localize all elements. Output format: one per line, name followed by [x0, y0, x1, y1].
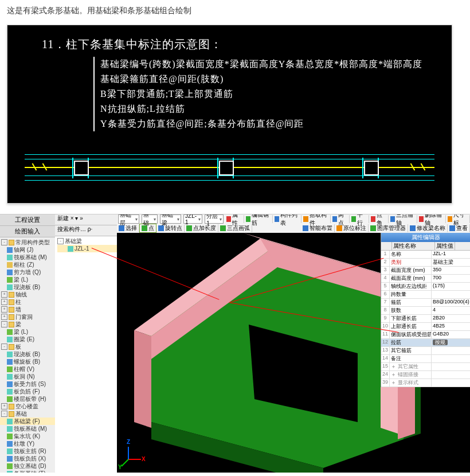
nav-item[interactable]: 梁 (L)	[0, 328, 55, 335]
property-row[interactable]: 5轴线距左边线距(175)	[381, 283, 470, 291]
nav-item[interactable]: 螺旋板 (B)	[0, 358, 55, 365]
property-row[interactable]: 7箍筋B8@100/200(4)	[381, 299, 470, 307]
nav-tree[interactable]: -常用构件类型轴网 (J)筏板基础 (M)框柱 (Z)剪力墙 (Q)梁 (L)现…	[0, 237, 55, 473]
nav-item[interactable]: 梁 (L)	[0, 276, 55, 283]
nav-item[interactable]: 板受力筋 (S)	[0, 380, 55, 388]
nav-item[interactable]: 圈梁 (E)	[0, 335, 55, 343]
nav-item[interactable]: +门窗洞	[0, 313, 55, 321]
property-row[interactable]: 15＋ 其它属性	[381, 363, 470, 371]
module-hdr1: 工程设置	[0, 214, 55, 226]
btn-edit-rebar[interactable]: 编辑钢筋	[244, 215, 273, 223]
module-panel: 工程设置 绘图输入 -常用构件类型轴网 (J)筏板基础 (M)框柱 (Z)剪力墙…	[0, 214, 56, 473]
axis-y-label: Y	[118, 464, 122, 470]
module-hdr2: 绘图输入	[0, 226, 55, 237]
property-row[interactable]: 10上部通长筋4B25	[381, 323, 470, 331]
nav-item[interactable]: 集水坑 (K)	[0, 432, 55, 440]
dropdown-beam[interactable]: 基础梁	[160, 214, 181, 224]
btn-parallel[interactable]: 平行	[350, 215, 369, 223]
btn-fix[interactable]: 修改梁名称	[408, 224, 448, 232]
cad-title: 11．柱下条基集中标注的示意图：	[42, 37, 222, 52]
nav-item[interactable]: 条形基础 (T)	[0, 470, 55, 473]
btn-tri-aux[interactable]: 三点辅轴	[389, 215, 417, 223]
app-window: 工程设置 绘图输入 -常用构件类型轴网 (J)筏板基础 (M)框柱 (Z)剪力墙…	[0, 214, 470, 473]
nav-item[interactable]: 筏板基础 (M)	[0, 253, 55, 261]
btn-del-aux[interactable]: 删除辅轴	[417, 215, 446, 223]
axis-x-label: X	[142, 456, 146, 462]
dropdown-layer[interactable]: 分层1	[205, 214, 224, 224]
property-row[interactable]: 9下部通长筋2B20	[381, 315, 470, 323]
btn-point[interactable]: 点角	[369, 215, 389, 223]
btn-properties[interactable]: 属性	[225, 215, 244, 223]
section-box-icon	[74, 161, 89, 175]
nav-item[interactable]: +墙	[0, 306, 55, 313]
section-box-icon	[364, 161, 379, 175]
btn-imgmgr[interactable]: 图库管理器	[369, 224, 408, 232]
btn-origin[interactable]: 原位标注	[335, 224, 369, 232]
nav-item[interactable]: +空心楼盖	[0, 403, 55, 410]
nav-item[interactable]: +柱	[0, 298, 55, 306]
property-row[interactable]: 8肢数4	[381, 307, 470, 315]
legend-line: N抗扭纵筋;L拉结筋	[100, 102, 422, 116]
cad-legend: 基础梁编号(跨数)梁截面宽度*梁截面高度Y条基总宽度*根部高度*端部高度 基础梁…	[93, 57, 422, 131]
component-bar[interactable]: 新建 × ▾ »	[55, 214, 117, 225]
cad-diagram: 11．柱下条基集中标注的示意图： 基础梁编号(跨数)梁截面宽度*梁截面高度Y条基…	[7, 25, 452, 204]
btn-pick[interactable]: 拾取构件	[301, 215, 330, 223]
property-row[interactable]: 11侧面纵筋或受扭筋G4B20	[381, 331, 470, 339]
nav-item[interactable]: 筏板基础 (M)	[0, 425, 55, 432]
property-row[interactable]: 2类别基础主梁	[381, 259, 470, 267]
property-row[interactable]: 1名称JZL-1	[381, 251, 470, 259]
search-bar[interactable]: 搜索构件… ρ·	[55, 225, 117, 236]
nav-item[interactable]: 剪力墙 (Q)	[0, 268, 55, 276]
nav-item[interactable]: 独立基础 (D)	[0, 462, 55, 470]
nav-item[interactable]: 现浇板 (B)	[0, 283, 55, 291]
nav-item[interactable]: -常用构件类型	[0, 239, 55, 246]
legend-line: B梁下部贯通筋;T梁上部贯通筋	[100, 87, 422, 102]
nav-item[interactable]: -板	[0, 343, 55, 350]
dropdown-base-layer[interactable]: 基础层	[118, 214, 139, 224]
nav-item[interactable]: 轴网 (J)	[0, 246, 55, 253]
tree-item-selected[interactable]: JZL-1	[57, 245, 117, 252]
property-row[interactable]: 14备注	[381, 355, 470, 363]
legend-line: 基础梁编号(跨数)梁截面宽度*梁截面高度Y条基总宽度*根部高度*端部高度	[100, 57, 422, 72]
tree-item[interactable]: -基础梁	[57, 237, 117, 245]
btn-smart[interactable]: 智能布置	[301, 224, 335, 232]
nav-item[interactable]: 基础梁 (F)	[0, 418, 55, 425]
property-row[interactable]: 3截面宽度 (mm)350	[381, 267, 470, 275]
nav-item[interactable]: 框柱 (Z)	[0, 261, 55, 268]
property-row[interactable]: 24＋ 锚固搭接	[381, 371, 470, 379]
nav-item[interactable]: +轴线	[0, 291, 55, 298]
axis-z-label: Z	[127, 439, 130, 445]
btn-dim[interactable]: 尺寸标	[446, 215, 470, 223]
legend-line: Y条基受力筋直径@间距;条基分布筋直径@间距	[100, 116, 422, 131]
nav-item[interactable]: 板负筋 (F)	[0, 388, 55, 395]
property-panel: 属性编辑器 属性名称 属性值 1名称JZL-12类别基础主梁3截面宽度 (mm)…	[381, 233, 470, 387]
nav-item[interactable]: -梁	[0, 321, 55, 328]
nav-item[interactable]: 柱帽 (V)	[0, 365, 55, 373]
dropdown-foundation[interactable]: 基础	[142, 214, 158, 224]
nav-item[interactable]: 板洞 (N)	[0, 373, 55, 380]
nav-item[interactable]: 楼层板带 (H)	[0, 395, 55, 403]
btn-list[interactable]: 构件列表	[273, 215, 301, 223]
svg-line-13	[122, 459, 128, 466]
section-box-icon	[219, 161, 234, 175]
nav-item[interactable]: 筏板主筋 (R)	[0, 447, 55, 455]
nav-item[interactable]: 柱墩 (Y)	[0, 440, 55, 447]
btn-two-point[interactable]: 两点	[331, 215, 350, 223]
property-row[interactable]: 39＋ 显示样式	[381, 379, 470, 387]
nav-item[interactable]: 现浇板 (B)	[0, 350, 55, 358]
dropdown-jzl[interactable]: JZL-1	[183, 214, 202, 224]
property-row[interactable]: 4截面高度 (mm)700	[381, 275, 470, 283]
nav-item[interactable]: 筏板负筋 (X)	[0, 455, 55, 462]
svg-marker-10	[134, 330, 151, 428]
property-row[interactable]: 12拉筋按规	[381, 339, 470, 347]
new-button[interactable]: 新建	[57, 215, 69, 221]
property-header: 属性名称 属性值	[381, 242, 470, 251]
property-row[interactable]: 6跨数量	[381, 291, 470, 299]
component-panel: 新建 × ▾ » 搜索构件… ρ· -基础梁 JZL-1	[55, 214, 117, 473]
ribbon: 基础层 基础 基础梁 JZL-1 分层1 属性 编辑钢筋 构件列表 拾取构件 两…	[117, 214, 470, 233]
btn-3pt[interactable]: 三点画弧	[218, 224, 252, 232]
btn-view[interactable]: 查看	[448, 224, 470, 232]
intro-text: 这是有梁式条形基础。用基础梁和条形基础组合绘制	[0, 0, 470, 21]
property-row[interactable]: 13其它箍筋	[381, 347, 470, 355]
nav-item[interactable]: -基础	[0, 410, 55, 418]
